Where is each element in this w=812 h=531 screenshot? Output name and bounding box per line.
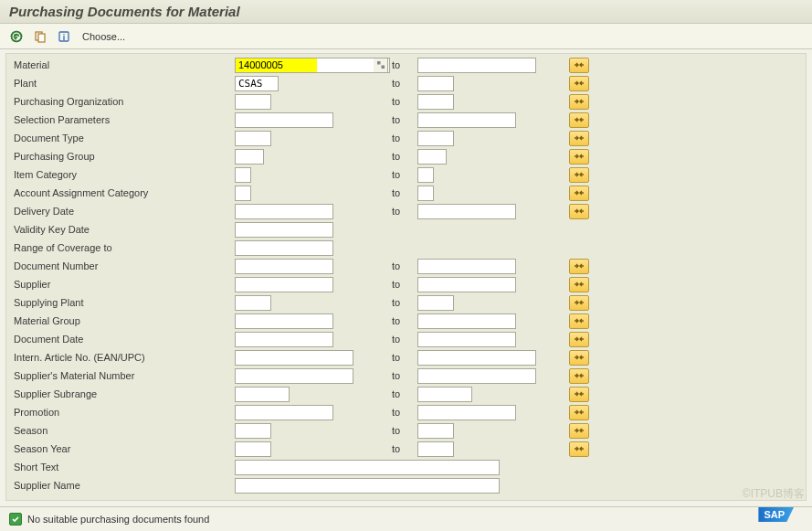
supplant-to-input[interactable]: [417, 295, 454, 311]
multi-select-icon[interactable]: [569, 259, 589, 274]
supplant-from-input[interactable]: [235, 295, 271, 311]
multi-select-icon[interactable]: [569, 149, 589, 165]
to-label: to: [390, 187, 417, 198]
svg-point-2: [16, 34, 17, 36]
selparam-from-input[interactable]: [235, 112, 333, 128]
execute-icon[interactable]: [7, 28, 26, 45]
supplier-to-input[interactable]: [417, 277, 516, 292]
season-from-input[interactable]: [235, 423, 271, 439]
multi-select-icon[interactable]: [569, 295, 589, 311]
multi-select-icon[interactable]: [569, 204, 589, 219]
choose-button[interactable]: Choose...: [79, 29, 129, 44]
to-label: to: [390, 334, 417, 345]
deldate-from-input[interactable]: [235, 204, 333, 219]
pgrp-to-input[interactable]: [417, 149, 447, 165]
doctype-label: Document Type: [12, 133, 235, 143]
seasonyr-to-input[interactable]: [417, 441, 454, 457]
porg-from-input[interactable]: [235, 94, 271, 110]
svg-point-1: [12, 31, 22, 41]
multi-select-icon[interactable]: [569, 332, 589, 347]
f4-help-icon[interactable]: [374, 58, 388, 73]
to-label: to: [390, 370, 417, 381]
selparam-label: Selection Parameters: [12, 114, 235, 125]
supmatnr-from-input[interactable]: [235, 368, 353, 384]
multi-select-icon[interactable]: [569, 76, 589, 91]
multi-select-icon[interactable]: [569, 441, 589, 457]
status-bar: No suitable purchasing documents found: [0, 506, 812, 531]
validkey-input[interactable]: [235, 222, 333, 238]
multi-select-icon[interactable]: [569, 94, 589, 110]
to-label: to: [390, 352, 417, 363]
itemcat-to-input[interactable]: [417, 167, 434, 183]
deldate-to-input[interactable]: [417, 204, 516, 219]
to-label: to: [390, 114, 417, 125]
multi-select-icon[interactable]: [569, 277, 589, 292]
season-to-input[interactable]: [417, 423, 454, 439]
multi-select-icon[interactable]: [569, 313, 589, 329]
multi-select-icon[interactable]: [569, 423, 589, 439]
validkey-label: Validity Key Date: [12, 224, 235, 235]
supplant-label: Supplying Plant: [12, 297, 235, 308]
supname-input[interactable]: [235, 478, 500, 494]
subrange-label: Supplier Subrange: [12, 388, 235, 399]
rangecov-label: Range of Coverage to: [12, 242, 235, 253]
toolbar: i Choose...: [0, 24, 812, 49]
to-label: to: [390, 151, 417, 162]
multi-select-icon[interactable]: [569, 350, 589, 366]
docdate-to-input[interactable]: [417, 332, 516, 347]
plant-to-input[interactable]: [417, 76, 454, 91]
docnum-from-input[interactable]: [235, 259, 333, 274]
rangecov-input[interactable]: [235, 240, 333, 256]
matgrp-to-input[interactable]: [417, 313, 516, 329]
doctype-from-input[interactable]: [235, 131, 271, 146]
material-to-input[interactable]: [417, 58, 536, 73]
docnum-to-input[interactable]: [417, 259, 516, 274]
deldate-label: Delivery Date: [12, 206, 235, 217]
ean-label: Intern. Article No. (EAN/UPC): [12, 352, 235, 363]
svg-rect-4: [38, 34, 45, 42]
pgrp-from-input[interactable]: [235, 149, 264, 165]
material-from-input[interactable]: [235, 58, 317, 73]
to-label: to: [390, 315, 417, 326]
multi-select-icon[interactable]: [569, 167, 589, 183]
info-icon[interactable]: i: [55, 28, 73, 45]
docdate-from-input[interactable]: [235, 332, 333, 347]
subrange-to-input[interactable]: [417, 387, 472, 402]
to-label: to: [390, 169, 417, 180]
promo-label: Promotion: [12, 407, 235, 418]
supmatnr-to-input[interactable]: [417, 368, 536, 384]
status-text: No suitable purchasing documents found: [27, 514, 209, 525]
multi-select-icon[interactable]: [569, 58, 589, 73]
status-success-icon: [9, 513, 22, 526]
subrange-from-input[interactable]: [235, 387, 290, 402]
acctasgn-from-input[interactable]: [235, 186, 251, 201]
multi-select-icon[interactable]: [569, 387, 589, 402]
itemcat-from-input[interactable]: [235, 167, 251, 183]
promo-to-input[interactable]: [417, 405, 516, 420]
svg-rect-8: [381, 66, 385, 69]
supplier-from-input[interactable]: [235, 277, 333, 292]
multi-select-icon[interactable]: [569, 368, 589, 384]
pgrp-label: Purchasing Group: [12, 151, 235, 162]
season-label: Season: [12, 425, 235, 436]
doctype-to-input[interactable]: [417, 131, 454, 146]
plant-from-input[interactable]: [235, 76, 279, 91]
multi-select-icon[interactable]: [569, 405, 589, 420]
shorttxt-input[interactable]: [235, 460, 500, 475]
material-label: Material: [12, 59, 235, 70]
matgrp-from-input[interactable]: [235, 313, 333, 329]
docdate-label: Document Date: [12, 334, 235, 345]
acctasgn-to-input[interactable]: [417, 186, 434, 201]
ean-to-input[interactable]: [417, 350, 536, 366]
multi-select-icon[interactable]: [569, 131, 589, 146]
multi-select-icon[interactable]: [569, 112, 589, 128]
seasonyr-from-input[interactable]: [235, 441, 271, 457]
porg-to-input[interactable]: [417, 94, 454, 110]
svg-rect-7: [377, 61, 381, 65]
promo-from-input[interactable]: [235, 405, 333, 420]
multi-select-icon[interactable]: [569, 186, 589, 201]
selparam-to-input[interactable]: [417, 112, 516, 128]
variant-icon[interactable]: [31, 28, 49, 45]
ean-from-input[interactable]: [235, 350, 353, 366]
to-label: to: [390, 206, 417, 217]
